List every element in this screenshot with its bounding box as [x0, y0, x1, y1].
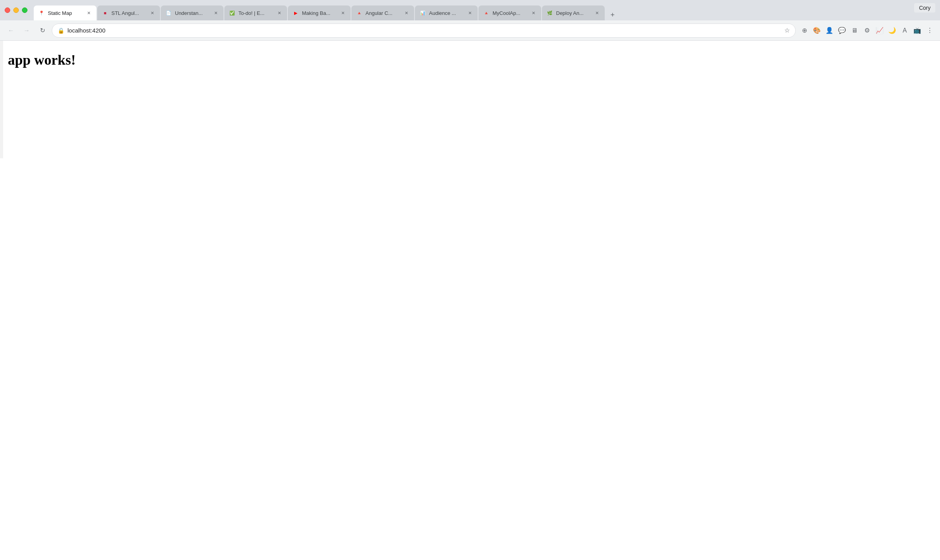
tab-mycoolap[interactable]: 🔺 MyCoolAp... ✕ [478, 5, 541, 20]
tab-favicon-static-map: 📍 [38, 10, 45, 16]
reload-icon: ↻ [40, 27, 45, 34]
browser-window: 📍 Static Map ✕ ■ STL Angul... ✕ 📄 Unders… [0, 0, 940, 560]
tab-title-audience: Audience ... [429, 10, 464, 16]
close-button[interactable] [5, 7, 10, 13]
tab-title-stl-angular: STL Angul... [111, 10, 146, 16]
tab-close-deploy-an[interactable]: ✕ [594, 10, 600, 16]
toolbar-extensions: ⊕ 🎨 👤 💬 🖥 ⚙ 📈 🌙 A 📺 ⋮ [799, 25, 935, 36]
tab-audience[interactable]: 📊 Audience ... ✕ [415, 5, 478, 20]
forward-button[interactable]: → [20, 24, 33, 37]
extension-a-icon[interactable]: A [899, 25, 910, 36]
bookmark-star-icon[interactable]: ☆ [784, 27, 790, 34]
user-name: Cory [919, 5, 931, 11]
maximize-button[interactable] [22, 7, 27, 13]
forward-icon: → [24, 27, 30, 34]
user-profile[interactable]: Cory [914, 3, 935, 13]
tab-title-todo: To-do! | E... [238, 10, 273, 16]
tab-close-audience[interactable]: ✕ [467, 10, 473, 16]
tab-close-stl-angular[interactable]: ✕ [149, 10, 155, 16]
extension-cast-icon[interactable]: 📺 [912, 25, 923, 36]
tab-title-making-ba: Making Ba... [302, 10, 336, 16]
tab-understand[interactable]: 📄 Understan... ✕ [161, 5, 224, 20]
traffic-lights [5, 7, 27, 13]
page-content: app works! [0, 41, 940, 560]
extension-color-icon[interactable]: 🎨 [811, 25, 822, 36]
tab-favicon-understand: 📄 [165, 10, 172, 16]
tab-favicon-stl-angular: ■ [102, 10, 108, 16]
tab-favicon-mycoolap: 🔺 [483, 10, 489, 16]
reload-button[interactable]: ↻ [36, 24, 49, 37]
tab-close-todo[interactable]: ✕ [276, 10, 282, 16]
back-icon: ← [8, 27, 14, 34]
tab-making-ba[interactable]: ▶ Making Ba... ✕ [288, 5, 351, 20]
more-options-icon[interactable]: ⋮ [924, 25, 935, 36]
tab-static-map[interactable]: 📍 Static Map ✕ [34, 5, 96, 20]
tabs-row: 📍 Static Map ✕ ■ STL Angul... ✕ 📄 Unders… [34, 0, 935, 20]
tab-title-mycoolap: MyCoolAp... [493, 10, 527, 16]
page-heading: app works! [8, 52, 932, 68]
extension-analytics-icon[interactable]: 📈 [874, 25, 885, 36]
extension-screen-icon[interactable]: 🖥 [849, 25, 860, 36]
extension-moon-icon[interactable]: 🌙 [887, 25, 898, 36]
tab-close-angular-c[interactable]: ✕ [403, 10, 409, 16]
tab-favicon-audience: 📊 [420, 10, 426, 16]
toolbar: ← → ↻ 🔒 localhost:4200 ☆ ⊕ 🎨 👤 💬 🖥 ⚙ 📈 🌙… [0, 20, 940, 41]
title-bar: 📍 Static Map ✕ ■ STL Angul... ✕ 📄 Unders… [0, 0, 940, 20]
tab-close-understand[interactable]: ✕ [213, 10, 219, 16]
address-bar[interactable]: 🔒 localhost:4200 ☆ [52, 24, 796, 38]
tab-todo[interactable]: ✅ To-do! | E... ✕ [224, 5, 287, 20]
tab-deploy-an[interactable]: 🌿 Deploy An... ✕ [542, 5, 605, 20]
tab-title-understand: Understan... [175, 10, 209, 16]
extension-settings-icon[interactable]: ⚙ [862, 25, 873, 36]
extension-chat-icon[interactable]: 💬 [836, 25, 847, 36]
new-tab-button[interactable]: + [607, 9, 618, 20]
tab-title-angular-c: Angular C... [365, 10, 400, 16]
tab-stl-angular[interactable]: ■ STL Angul... ✕ [97, 5, 160, 20]
extension-plus-icon[interactable]: ⊕ [799, 25, 810, 36]
extension-user-icon[interactable]: 👤 [824, 25, 835, 36]
tab-title-deploy-an: Deploy An... [556, 10, 591, 16]
address-text: localhost:4200 [67, 27, 781, 34]
tab-close-static-map[interactable]: ✕ [85, 10, 92, 16]
tab-favicon-making-ba: ▶ [293, 10, 299, 16]
tab-title-static-map: Static Map [48, 10, 82, 16]
back-button[interactable]: ← [5, 24, 17, 37]
tab-favicon-todo: ✅ [229, 10, 235, 16]
tab-favicon-angular-c: 🔺 [356, 10, 362, 16]
tab-favicon-deploy-an: 🌿 [547, 10, 553, 16]
tab-close-mycoolap[interactable]: ✕ [530, 10, 536, 16]
tab-angular-c[interactable]: 🔺 Angular C... ✕ [351, 5, 414, 20]
lock-icon: 🔒 [58, 27, 64, 34]
tab-close-making-ba[interactable]: ✕ [340, 10, 346, 16]
minimize-button[interactable] [13, 7, 19, 13]
left-sidebar-artifact [0, 41, 3, 158]
